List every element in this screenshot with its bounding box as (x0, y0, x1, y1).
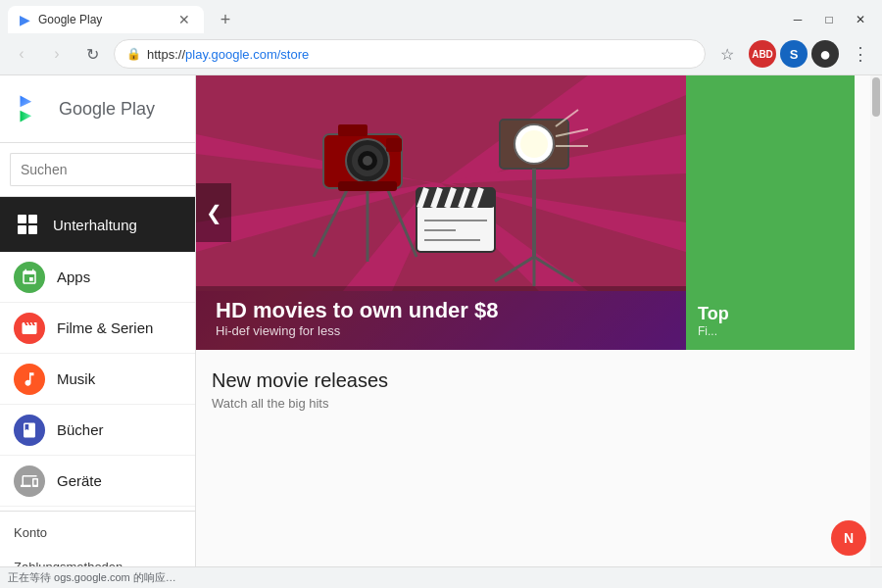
banner-background: HD movies to own under $8 Hi-def viewing… (196, 75, 686, 350)
sidebar-nav: Unterhaltung Apps Filme & Serien (0, 197, 195, 585)
search-input[interactable] (10, 153, 196, 186)
sidebar-item-apps-label: Apps (57, 269, 90, 285)
google-play-title: Google Play (59, 99, 155, 120)
ext1-icon[interactable]: ABD (749, 40, 776, 68)
svg-rect-22 (338, 181, 397, 191)
sidebar-link-konto[interactable]: Konto (0, 515, 195, 550)
scroll-thumb[interactable] (872, 77, 880, 117)
browser-menu-button[interactable]: ⋮ (847, 40, 874, 68)
section-subtitle: Watch all the big hits (212, 396, 855, 411)
status-text: 正在等待 ogs.google.com 的响应… (8, 570, 176, 585)
sidebar-section-header[interactable]: Unterhaltung (0, 197, 195, 252)
bookmark-button[interactable]: ☆ (713, 40, 741, 68)
banner-subtitle: Hi-def viewing for less (216, 323, 666, 338)
music-icon (14, 364, 45, 395)
ext2-icon[interactable]: S (780, 40, 808, 68)
url-bar[interactable]: 🔒 https://play.google.com/store (114, 39, 706, 69)
search-area: 🔍 (0, 143, 195, 197)
banner-slider: HD movies to own under $8 Hi-def viewing… (196, 75, 870, 350)
back-button[interactable]: ‹ (8, 40, 35, 68)
tab-close-button[interactable]: ✕ (176, 12, 192, 27)
tab-favicon: ▶ (20, 12, 30, 27)
banner-prev-button[interactable]: ❮ (196, 183, 231, 242)
books-icon (14, 415, 45, 446)
new-movie-releases-section: New movie releases Watch all the big hit… (196, 350, 870, 420)
sidebar-item-devices[interactable]: Geräte (0, 456, 195, 507)
scrollbar[interactable] (870, 75, 882, 585)
title-bar: ▶ Google Play ✕ + ─ □ ✕ (0, 0, 882, 33)
banner-slide2-title: Top (698, 304, 729, 324)
movies-icon (14, 313, 45, 344)
minimize-button[interactable]: ─ (784, 6, 811, 33)
sidebar-item-music[interactable]: Musik (0, 354, 195, 405)
close-window-button[interactable]: ✕ (847, 6, 874, 33)
sidebar-section-label: Unterhaltung (53, 217, 137, 233)
refresh-button[interactable]: ↻ (78, 40, 106, 68)
svg-rect-17 (386, 138, 402, 152)
sidebar: Google Play 🔍 Unterhaltung (0, 75, 196, 585)
apps-icon (14, 262, 45, 293)
sidebar-item-books[interactable]: Bücher (0, 405, 195, 456)
maximize-button[interactable]: □ (815, 6, 843, 33)
nav-divider (0, 511, 195, 512)
sidebar-item-movies-label: Filme & Serien (57, 319, 153, 336)
svg-point-25 (520, 130, 548, 158)
address-bar: ‹ › ↻ 🔒 https://play.google.com/store ☆ … (0, 33, 882, 74)
google-play-logo-icon (16, 91, 51, 126)
forward-button[interactable]: › (43, 40, 71, 68)
browser-tab[interactable]: ▶ Google Play ✕ (8, 6, 204, 33)
notification-button[interactable]: N (831, 520, 866, 556)
sidebar-item-movies[interactable]: Filme & Serien (0, 303, 195, 354)
unterhaltung-icon (14, 211, 41, 238)
banner-title: HD movies to own under $8 (216, 298, 666, 323)
sidebar-item-books-label: Bücher (57, 421, 104, 438)
status-bar: 正在等待 ogs.google.com 的响应… (0, 566, 882, 588)
url-text: https://play.google.com/store (147, 47, 309, 62)
svg-marker-1 (21, 111, 32, 122)
google-play-logo-area: Google Play (0, 75, 195, 143)
section-title: New movie releases (212, 369, 855, 392)
ext3-icon[interactable]: ● (811, 40, 839, 68)
banner-illustration (196, 75, 686, 291)
svg-point-16 (363, 156, 372, 166)
tab-title: Google Play (38, 13, 169, 26)
banner-slide-1: HD movies to own under $8 Hi-def viewing… (196, 75, 686, 350)
sidebar-item-music-label: Musik (57, 370, 95, 387)
sidebar-item-devices-label: Geräte (57, 472, 102, 489)
svg-marker-0 (21, 96, 32, 108)
devices-icon (14, 466, 45, 497)
sidebar-item-apps[interactable]: Apps (0, 252, 195, 303)
main-content: HD movies to own under $8 Hi-def viewing… (196, 75, 870, 585)
new-tab-button[interactable]: + (212, 6, 239, 33)
banner-slide-2: Top Fi... (686, 75, 855, 350)
banner-text-area: HD movies to own under $8 Hi-def viewing… (196, 286, 686, 350)
extensions-area: ABD S ● (749, 40, 839, 68)
ssl-lock-icon: 🔒 (126, 47, 141, 61)
banner-slide2-sub: Fi... (698, 324, 717, 338)
window-controls: ─ □ ✕ (784, 6, 874, 33)
svg-rect-18 (338, 124, 368, 136)
